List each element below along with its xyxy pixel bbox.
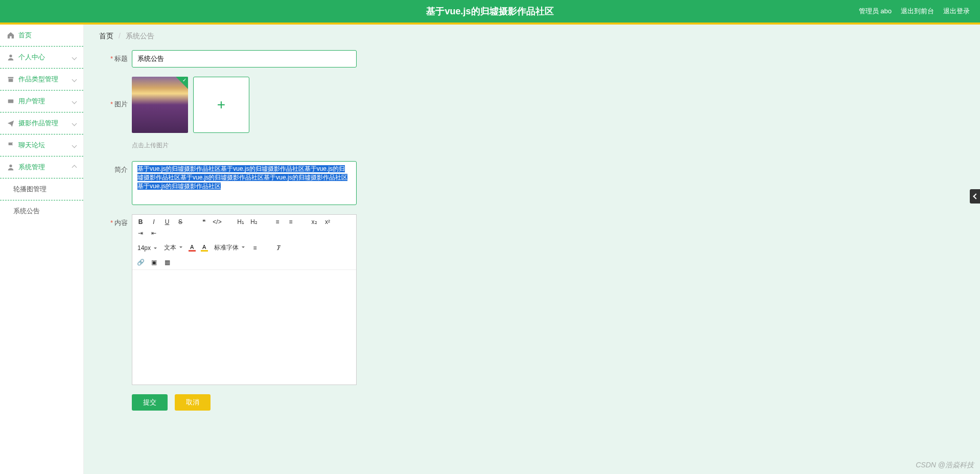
form-actions: 提交 取消 [132, 394, 965, 411]
breadcrumb-separator: / [119, 32, 121, 40]
main-content: 首页 / 系统公告 标题 图片 [84, 25, 980, 474]
sidebar-item-home[interactable]: 首页 [0, 25, 83, 47]
intro-label: 简介 [99, 161, 128, 174]
form-row-content: 内容 B I U S ❝ </> H₁ H₂ [99, 214, 965, 385]
title-input[interactable] [132, 50, 357, 67]
content-label: 内容 [99, 214, 128, 228]
home-icon [7, 32, 14, 39]
superscript-button[interactable]: x² [323, 218, 332, 226]
intro-text-selected: 基于vue.js的归墟摄影作品社区基于vue.js的归墟摄影作品社区基于vue.… [137, 165, 347, 190]
h1-button[interactable]: H₁ [237, 218, 245, 226]
sidebar-subitem-carousel[interactable]: 轮播图管理 [0, 178, 83, 200]
users-icon [7, 98, 14, 105]
side-collapse-tab[interactable] [970, 189, 980, 204]
video-button[interactable]: ▦ [163, 258, 171, 266]
link-button[interactable]: 🔗 [136, 258, 145, 266]
sidebar-item-system[interactable]: 系统管理 [0, 156, 83, 178]
image-button[interactable]: ▣ [150, 258, 158, 266]
upload-button[interactable]: + [193, 77, 249, 133]
logout-link[interactable]: 退出登录 [943, 7, 970, 16]
image-label: 图片 [99, 77, 128, 109]
admin-label[interactable]: 管理员 abo [859, 7, 892, 16]
breadcrumb: 首页 / 系统公告 [84, 25, 980, 48]
editor-toolbar: B I U S ❝ </> H₁ H₂ ≡ ≡ [132, 215, 356, 270]
form-row-intro: 简介 基于vue.js的归墟摄影作品社区基于vue.js的归墟摄影作品社区基于v… [99, 161, 965, 205]
exit-to-front-link[interactable]: 退出到前台 [901, 7, 934, 16]
user-icon [7, 164, 14, 171]
sidebar-item-label: 摄影作品管理 [18, 119, 58, 128]
user-icon [7, 54, 14, 61]
breadcrumb-home[interactable]: 首页 [99, 32, 113, 40]
svg-point-4 [9, 165, 12, 167]
sidebar-item-photo-works[interactable]: 摄影作品管理 [0, 112, 83, 134]
quote-button[interactable]: ❝ [200, 218, 208, 226]
uploaded-image-thumb[interactable] [132, 77, 188, 133]
title-label: 标题 [99, 50, 128, 63]
font-style-select[interactable]: 文本 [163, 243, 183, 252]
ordered-list-button[interactable]: ≡ [273, 218, 282, 226]
app-title: 基于vue.js的归墟摄影作品社区 [426, 5, 553, 17]
flag-icon [7, 142, 14, 149]
font-family-select[interactable]: 标准字体 [213, 243, 246, 252]
thumb-image [132, 77, 188, 133]
bg-color-button[interactable]: A [201, 244, 208, 252]
upload-area: + [132, 77, 249, 133]
sidebar-item-label: 聊天论坛 [18, 141, 45, 150]
unordered-list-button[interactable]: ≡ [287, 218, 295, 226]
form-row-upload-hint: 点击上传图片 [99, 139, 965, 150]
svg-rect-2 [9, 79, 13, 82]
sidebar: 首页 个人中心 作品类型管理 用户管理 摄影作品管理 聊天论坛 系统管理 轮播图… [0, 25, 84, 474]
underline-button[interactable]: U [163, 218, 171, 226]
archive-icon [7, 76, 14, 83]
font-size-select[interactable]: 14px [136, 244, 158, 252]
plus-icon: + [217, 97, 225, 113]
align-button[interactable]: ≡ [251, 244, 259, 252]
sidebar-item-label: 系统管理 [18, 163, 45, 172]
subscript-button[interactable]: x₂ [310, 218, 318, 226]
outdent-button[interactable]: ⇤ [150, 229, 158, 237]
breadcrumb-current: 系统公告 [126, 32, 154, 40]
header-actions: 管理员 abo 退出到前台 退出登录 [859, 7, 980, 16]
intro-textarea[interactable]: 基于vue.js的归墟摄影作品社区基于vue.js的归墟摄影作品社区基于vue.… [132, 161, 357, 205]
upload-hint: 点击上传图片 [132, 141, 169, 150]
sidebar-item-label: 作品类型管理 [18, 75, 58, 84]
code-button[interactable]: </> [213, 218, 221, 226]
bold-button[interactable]: B [136, 218, 145, 226]
send-icon [7, 120, 14, 127]
form-row-image: 图片 + [99, 77, 965, 133]
sidebar-item-users[interactable]: 用户管理 [0, 91, 83, 112]
sidebar-item-label: 个人中心 [18, 53, 45, 62]
sidebar-item-forum[interactable]: 聊天论坛 [0, 134, 83, 156]
cancel-button[interactable]: 取消 [175, 394, 211, 411]
editor-content[interactable] [132, 270, 356, 385]
h2-button[interactable]: H₂ [250, 218, 258, 226]
strikethrough-button[interactable]: S [176, 218, 184, 226]
italic-button[interactable]: I [150, 218, 158, 226]
sidebar-item-label: 用户管理 [18, 97, 45, 106]
svg-rect-1 [8, 77, 14, 79]
form: 标题 图片 + [84, 48, 980, 426]
sidebar-item-work-type[interactable]: 作品类型管理 [0, 69, 83, 91]
submit-button[interactable]: 提交 [132, 394, 168, 411]
form-row-title: 标题 [99, 50, 965, 67]
clear-format-button[interactable]: T̷ [274, 244, 283, 252]
text-color-button[interactable]: A [189, 244, 196, 252]
sidebar-item-profile[interactable]: 个人中心 [0, 47, 83, 69]
watermark: CSDN @浩焱科技 [916, 461, 974, 470]
indent-button[interactable]: ⇥ [136, 229, 145, 237]
rich-text-editor: B I U S ❝ </> H₁ H₂ ≡ ≡ [132, 214, 357, 385]
sidebar-subitem-announcement[interactable]: 系统公告 [0, 200, 83, 222]
sidebar-item-label: 首页 [18, 31, 32, 40]
svg-point-0 [9, 55, 12, 57]
app-header: 基于vue.js的归墟摄影作品社区 管理员 abo 退出到前台 退出登录 [0, 0, 980, 22]
svg-rect-3 [8, 100, 14, 103]
